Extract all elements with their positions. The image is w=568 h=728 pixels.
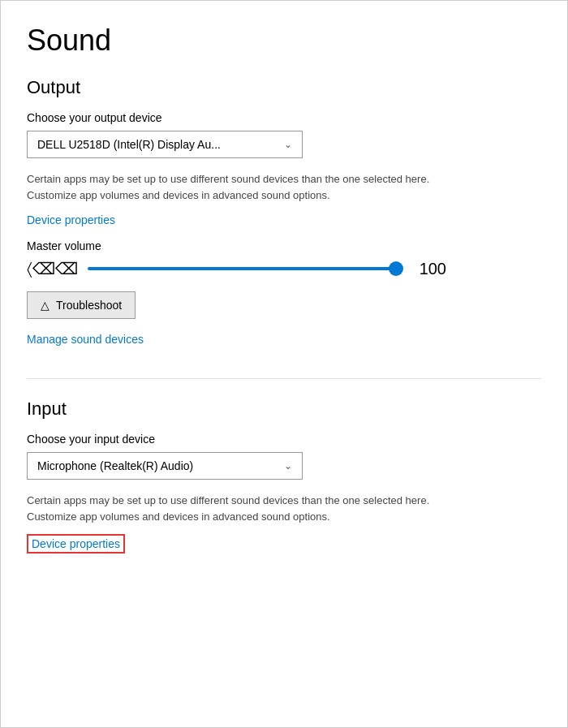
volume-label: Master volume (27, 239, 541, 252)
page-title: Sound (27, 24, 541, 58)
volume-value: 100 (406, 260, 446, 278)
volume-thumb[interactable] (389, 261, 403, 276)
output-device-value: DELL U2518D (Intel(R) Display Au... (37, 138, 221, 151)
input-device-dropdown[interactable]: Microphone (Realtek(R) Audio) ⌄ (27, 452, 303, 480)
troubleshoot-label: Troubleshoot (56, 299, 122, 312)
warning-icon: △ (41, 299, 49, 312)
output-device-properties-link[interactable]: Device properties (27, 213, 115, 226)
input-device-value: Microphone (Realtek(R) Audio) (37, 459, 193, 472)
output-section-title: Output (27, 77, 541, 98)
volume-control: 〈⌫⌫ 100 (27, 259, 541, 278)
output-device-dropdown[interactable]: DELL U2518D (Intel(R) Display Au... ⌄ (27, 131, 303, 158)
volume-slider[interactable] (88, 261, 396, 277)
input-description: Certain apps may be set up to use differ… (27, 493, 449, 524)
settings-window: Sound Output Choose your output device D… (0, 0, 568, 728)
output-description: Certain apps may be set up to use differ… (27, 171, 449, 203)
output-dropdown-chevron-icon: ⌄ (284, 139, 292, 150)
input-device-label: Choose your input device (27, 433, 541, 446)
speaker-icon: 〈⌫⌫ (27, 259, 78, 278)
troubleshoot-button[interactable]: △ Troubleshoot (27, 291, 136, 319)
input-device-properties-link[interactable]: Device properties (27, 534, 125, 554)
section-divider (27, 378, 541, 379)
input-dropdown-chevron-icon: ⌄ (284, 460, 292, 472)
output-device-label: Choose your output device (27, 111, 541, 124)
manage-sound-devices-link[interactable]: Manage sound devices (27, 333, 144, 346)
volume-track (88, 267, 396, 270)
input-section-title: Input (27, 398, 541, 420)
